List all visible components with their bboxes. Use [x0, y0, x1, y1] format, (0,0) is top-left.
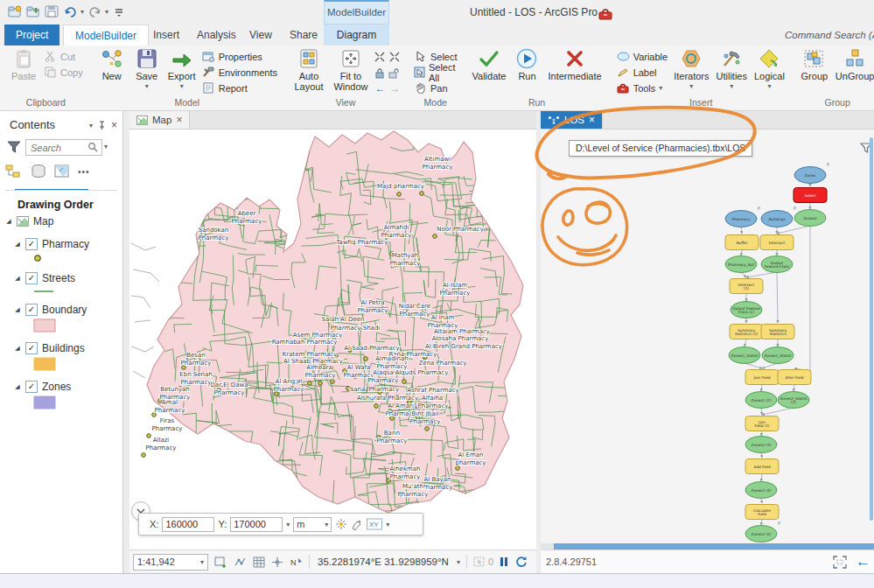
expander-icon[interactable]: ◢	[5, 218, 12, 225]
group-button[interactable]: Group	[797, 47, 832, 82]
tab-view[interactable]: View	[238, 24, 283, 46]
model-node[interactable]: Zones2_Statist(2)	[778, 392, 809, 409]
y-history-caret[interactable]: ▾	[286, 521, 290, 528]
pin-icon[interactable]	[98, 121, 106, 130]
model-node[interactable]: Intersect(2)	[730, 279, 763, 294]
model-node[interactable]: Zones2	[794, 210, 826, 227]
model-node[interactable]: Select	[794, 188, 827, 203]
layer-visibility-checkbox[interactable]: ✓	[25, 238, 38, 250]
grid-icon[interactable]	[253, 556, 265, 568]
more-views-icon[interactable]: •••	[78, 167, 90, 177]
tree-item-streets[interactable]: ◢✓Streets	[0, 271, 122, 285]
layer-symbol-buildings[interactable]	[33, 357, 122, 371]
model-node[interactable]: Intersect	[760, 235, 794, 250]
pharmacy-point[interactable]	[433, 234, 437, 239]
layer-symbol-pharmacy[interactable]	[33, 254, 122, 262]
pan-button[interactable]: Pan	[411, 80, 460, 95]
search-icon[interactable]	[87, 142, 98, 152]
save-model-button[interactable]: Save▾	[129, 47, 164, 93]
map-canvas[interactable]: AltimawiPharmacyMajd pharmacyAbeerPharma…	[129, 130, 536, 550]
copy-button[interactable]: Copy	[41, 65, 86, 80]
redo-icon[interactable]	[87, 4, 102, 19]
model-node[interactable]: Zones2_Statist	[762, 347, 794, 364]
layer-name[interactable]: Streets	[42, 272, 75, 284]
redo-caret[interactable]: ▾	[105, 8, 108, 16]
close-pane-icon[interactable]: ×	[111, 119, 117, 131]
model-node[interactable]: Alter Field	[778, 370, 811, 385]
model-node[interactable]: Join Field	[745, 370, 779, 385]
tree-item-map[interactable]: ◢Map	[0, 214, 122, 228]
expander-icon[interactable]: ◢	[14, 275, 21, 282]
expander-icon[interactable]: ◢	[14, 306, 21, 313]
undo-caret[interactable]: ▾	[80, 8, 84, 16]
pharmacy-point[interactable]	[456, 466, 460, 471]
open-project-icon[interactable]	[7, 4, 23, 19]
refresh-icon[interactable]	[514, 556, 528, 568]
model-node[interactable]: Add Field	[745, 459, 779, 474]
tools-button[interactable]: Tools▾	[614, 80, 671, 95]
collapse-all-icon[interactable]	[374, 51, 386, 63]
x-coordinate-input[interactable]	[162, 517, 214, 532]
layer-name[interactable]: Zones	[42, 381, 71, 393]
pharmacy-point[interactable]	[147, 434, 151, 438]
customize-quick-access-icon[interactable]	[111, 4, 127, 19]
tab-diagram[interactable]: Diagram	[324, 24, 389, 46]
properties-button[interactable]: Properties	[199, 49, 280, 64]
fit-diagram-icon[interactable]	[833, 556, 847, 569]
back-navigation-icon[interactable]: ←	[856, 553, 871, 570]
paste-button[interactable]: Paste	[6, 47, 41, 82]
fit-to-window-button[interactable]: Fit to Window	[329, 47, 373, 93]
xy-format-caret[interactable]: ▾	[386, 521, 389, 528]
unlock-icon[interactable]	[388, 67, 401, 79]
layer-visibility-checkbox[interactable]: ✓	[25, 381, 38, 393]
model-node[interactable]: Zones2 (2)	[745, 392, 777, 409]
tree-item-zones[interactable]: ◢✓Zones	[0, 380, 122, 394]
layer-name[interactable]: Pharmacy	[42, 238, 89, 250]
coordinates-caret[interactable]: ▾	[457, 558, 460, 566]
model-node[interactable]: Zones2 (5)P	[745, 521, 780, 542]
forward-arrow-icon[interactable]: →	[389, 82, 400, 94]
scale-dropdown[interactable]: 1:41,942▾	[133, 554, 208, 570]
model-node[interactable]: Zones2 (3)	[745, 437, 777, 453]
scrollbar-thumb[interactable]	[554, 543, 874, 550]
back-arrow-icon[interactable]: ←	[374, 82, 385, 94]
intermediate-button[interactable]: Intermediate	[544, 47, 605, 82]
search-options-caret[interactable]: ▾	[104, 143, 108, 150]
tab-insert[interactable]: Insert	[142, 24, 191, 46]
auto-layout-button[interactable]: Auto Layout	[289, 47, 329, 93]
model-diagram-canvas[interactable]: ZonesPSelectZones2PharmacyPBuildingsPBuf…	[541, 130, 874, 543]
new-extent-icon[interactable]	[214, 556, 227, 568]
model-node[interactable]: Output FeatureClass (2)	[731, 302, 762, 318]
y-coordinate-input[interactable]	[230, 517, 283, 532]
model-node[interactable]: Zones2 (4)	[745, 482, 777, 499]
draw-pointer-icon[interactable]	[351, 518, 363, 530]
model-node[interactable]: OutputFeature Class	[761, 256, 793, 273]
tab-share[interactable]: Share	[278, 24, 329, 46]
lock-icon[interactable]	[374, 67, 385, 79]
pane-options-caret-icon[interactable]: ▾	[89, 122, 93, 130]
layer-symbol-streets[interactable]	[33, 289, 122, 294]
filter-funnel-icon[interactable]	[7, 140, 21, 154]
pharmacy-point[interactable]	[397, 192, 402, 197]
model-node[interactable]: PharmacyP	[725, 206, 760, 228]
label-button[interactable]: Label	[614, 65, 671, 80]
command-search[interactable]: Command Search (A	[781, 26, 874, 44]
tree-item-boundary[interactable]: ◢✓Boundary	[0, 303, 122, 317]
map-tab-close-icon[interactable]: ×	[176, 114, 182, 126]
map-node-label[interactable]: Map	[33, 215, 53, 228]
expander-icon[interactable]: ◢	[14, 241, 21, 248]
layer-name[interactable]: Boundary	[42, 304, 87, 316]
north-arrow-icon[interactable]: N	[290, 556, 303, 568]
model-node[interactable]: SummaryStatistics	[761, 325, 794, 340]
new-model-button[interactable]: New	[94, 47, 129, 82]
undo-icon[interactable]	[62, 4, 78, 19]
vertical-scrollbar[interactable]	[870, 137, 873, 521]
tab-project[interactable]: Project	[4, 24, 59, 46]
tree-item-buildings[interactable]: ◢✓Buildings	[0, 341, 122, 355]
layer-visibility-checkbox[interactable]: ✓	[25, 304, 38, 316]
pharmacy-point[interactable]	[364, 357, 368, 361]
expander-icon[interactable]: ◢	[14, 383, 21, 390]
los-tab-close-icon[interactable]: ×	[589, 114, 595, 126]
crosshair-icon[interactable]	[271, 556, 283, 568]
expand-all-icon[interactable]	[388, 51, 401, 63]
